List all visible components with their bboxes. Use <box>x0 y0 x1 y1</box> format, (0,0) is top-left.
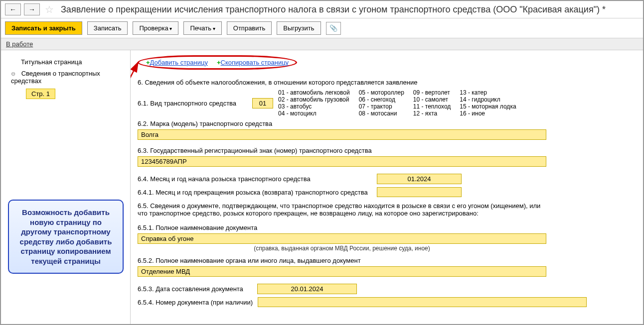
field-64-label: 6.4. Месяц и год начала розыска транспор… <box>138 175 372 183</box>
code-09: 09 - вертолет <box>413 89 451 96</box>
field-64-input[interactable]: 01.2024 <box>377 174 462 184</box>
code-02: 02 - автомобиль грузовой <box>278 96 350 103</box>
code-06: 06 - снегоход <box>359 96 404 103</box>
tree-item-title-page[interactable]: Титульная страница <box>6 56 125 68</box>
field-651-hint: (справка, выданная органом МВД России, р… <box>138 245 546 252</box>
code-04: 04 - мотоцикл <box>278 110 350 117</box>
send-button[interactable]: Отправить <box>227 21 272 35</box>
instruction-callout: Возможность добавить новую страницу по д… <box>8 200 124 274</box>
field-653-input[interactable]: 20.01.2024 <box>257 284 357 294</box>
paperclip-icon: 📎 <box>329 24 337 32</box>
status-link[interactable]: В работе <box>6 40 33 48</box>
code-15: 15 - моторная лодка <box>460 103 516 110</box>
add-page-link[interactable]: Добавить страницу <box>146 59 208 66</box>
field-61-label: 6.1. Вид транспортного средства <box>138 100 247 107</box>
field-651-label: 6.5.1. Полное наименование документа <box>138 224 636 231</box>
check-dropdown[interactable]: Проверка <box>133 21 178 35</box>
nav-forward-button[interactable]: → <box>24 3 40 15</box>
callout-text: Возможность добавить новую страницу по д… <box>20 208 112 265</box>
code-08: 08 - мотосани <box>359 110 404 117</box>
field-62-input[interactable]: Волга <box>138 129 546 140</box>
nav-back-button[interactable]: ← <box>5 3 21 15</box>
favorite-star-icon[interactable]: ☆ <box>45 3 54 15</box>
field-652-label: 6.5.2. Полное наименование органа или ин… <box>138 257 636 264</box>
field-63-label: 6.3. Государственный регистрационный зна… <box>138 147 636 154</box>
field-65-label: 6.5. Сведения о документе, подтверждающе… <box>138 202 546 217</box>
attachment-button[interactable]: 📎 <box>326 22 341 35</box>
field-63-input[interactable]: 123456789АПР <box>138 156 546 167</box>
field-641-input[interactable] <box>377 187 462 197</box>
copy-page-link[interactable]: Скопировать страницу <box>217 59 289 66</box>
field-651-input[interactable]: Справка об угоне <box>138 233 546 244</box>
print-dropdown[interactable]: Печать <box>183 21 221 35</box>
code-03: 03 - автобус <box>278 103 350 110</box>
code-10: 10 - самолет <box>413 96 451 103</box>
save-button[interactable]: Записать <box>87 21 128 35</box>
vehicle-codes-legend: 01 - автомобиль легковой 05 - мотороллер… <box>278 89 525 117</box>
window-title: Заявление о прекращении исчисления транс… <box>61 4 606 15</box>
field-652-input[interactable]: Отделение МВД <box>138 266 546 277</box>
field-654-label: 6.5.4. Номер документа (при наличии) <box>138 299 253 306</box>
field-653-label: 6.5.3. Дата составления документа <box>138 285 252 293</box>
tree-item-vehicles[interactable]: Сведения о транспортных средствах <box>6 68 125 87</box>
code-11: 11 - теплоход <box>413 103 451 110</box>
code-14: 14 - гидроцикл <box>460 96 516 103</box>
field-641-label: 6.4.1. Месяц и год прекращения розыска (… <box>138 189 372 196</box>
code-12: 12 - яхта <box>413 110 451 117</box>
export-button[interactable]: Выгрузить <box>277 21 321 35</box>
field-62-label: 6.2. Марка (модель) транспортного средст… <box>138 120 636 127</box>
field-654-input[interactable] <box>258 297 587 307</box>
code-05: 05 - мотороллер <box>359 89 404 96</box>
code-07: 07 - трактор <box>359 103 404 110</box>
section-6-title: 6. Сведения об объекте налогообложения, … <box>138 79 636 86</box>
save-and-close-button[interactable]: Записать и закрыть <box>5 21 82 35</box>
page-actions-group: Добавить страницу Скопировать страницу <box>138 55 297 70</box>
field-61-input[interactable]: 01 <box>252 98 273 108</box>
code-01: 01 - автомобиль легковой <box>278 89 350 96</box>
svg-line-0 <box>131 62 138 195</box>
code-16: 16 - иное <box>460 110 516 117</box>
code-13: 13 - катер <box>460 89 516 96</box>
tree-item-label: Сведения о транспортных средствах <box>11 70 100 85</box>
page-item-1[interactable]: Стр. 1 <box>26 89 55 99</box>
